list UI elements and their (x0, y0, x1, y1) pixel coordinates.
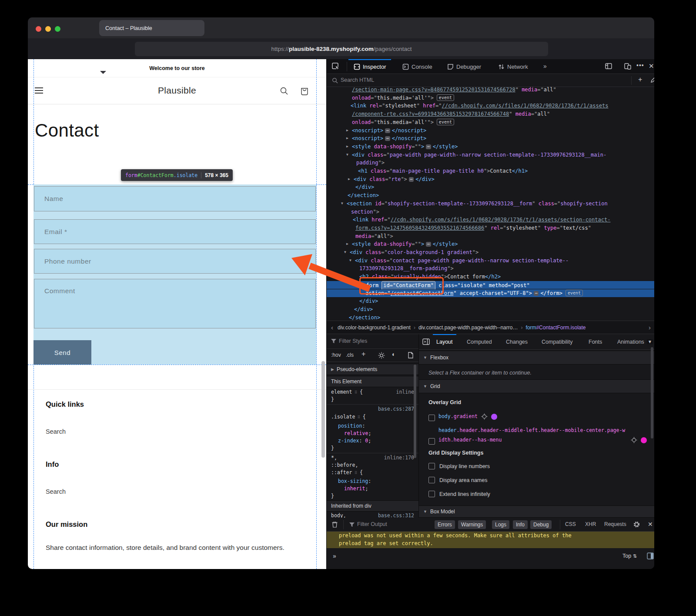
pick-element-icon[interactable] (332, 63, 340, 70)
collapse-icon[interactable]: ▼ (341, 200, 343, 208)
meatball-menu-icon[interactable]: ••• (636, 62, 644, 69)
sidebar-tab-animations[interactable]: Animations (617, 334, 644, 350)
expand-icon[interactable]: ▶ (346, 127, 348, 135)
tab-inspector[interactable]: Inspector (354, 59, 386, 74)
more-tabs-icon[interactable]: » (543, 63, 547, 70)
markup-line[interactable]: </div> (327, 183, 654, 191)
target-icon[interactable] (481, 413, 488, 420)
close-window-button[interactable] (36, 26, 41, 32)
event-badge[interactable]: event (566, 290, 583, 296)
grid-overlay-checkbox[interactable] (428, 438, 435, 445)
expand-icon[interactable]: ▶ (348, 175, 350, 184)
responsive-design-icon[interactable] (624, 63, 631, 70)
breadcrumb-item[interactable]: div.color-background-1.gradient (338, 325, 411, 331)
console-filter-logs[interactable]: Logs (492, 520, 509, 529)
console-filter-info[interactable]: Info (513, 520, 528, 529)
markup-line[interactable]: </div> (327, 305, 654, 314)
grid-section-header[interactable]: ▼ Grid (419, 379, 654, 393)
markup-line[interactable]: ▶<div class="rte">⋯</div> (327, 175, 654, 184)
markup-line[interactable]: <link rel="stylesheet" href="//cdn.shopi… (327, 102, 654, 110)
close-devtools-icon[interactable]: ✕ (649, 62, 654, 70)
collapse-icon[interactable]: ▼ (344, 248, 346, 257)
expand-icon[interactable]: ▶ (346, 240, 348, 248)
rule-source-link[interactable]: base.css:312 (378, 512, 414, 518)
markup-line[interactable]: /section-main-page.css?v=848677459125201… (327, 87, 654, 94)
event-badge[interactable]: event (437, 94, 454, 101)
tab-debugger[interactable]: Debugger (447, 59, 481, 74)
markup-line[interactable]: </section> (327, 314, 654, 321)
add-node-icon[interactable]: + (638, 76, 642, 84)
collapsed-content-icon[interactable]: ⋯ (385, 128, 390, 133)
markup-line[interactable]: ▼<div class="page-width page-width--narr… (327, 151, 654, 159)
collapsed-content-icon[interactable]: ⋯ (409, 177, 414, 182)
sidebar-toggle-icon[interactable] (422, 338, 430, 345)
rules-section-header[interactable]: ▶Pseudo-elements (327, 364, 418, 375)
tab-console[interactable]: Console (402, 59, 432, 74)
grid-color-swatch[interactable] (491, 414, 497, 420)
grid-overlay-checkbox[interactable] (428, 415, 435, 421)
print-media-icon[interactable] (408, 352, 414, 358)
sidebar-tab-changes[interactable]: Changes (506, 334, 528, 350)
sidebar-tab-layout[interactable]: Layout (436, 334, 453, 350)
console-prompt-icon[interactable]: » (333, 552, 336, 559)
markup-line[interactable]: </section> (327, 191, 654, 200)
eyedropper-icon[interactable] (650, 77, 654, 83)
grid-setting-checkbox[interactable] (428, 463, 435, 469)
collapse-icon[interactable]: ▼ (349, 257, 351, 265)
url-input[interactable]: https://plausible-8238.myshopify.com/pag… (135, 42, 548, 56)
form-field-name[interactable]: Name (34, 186, 316, 211)
search-icon[interactable] (280, 87, 288, 95)
markup-line[interactable]: ▶<noscript>⋯</noscript> (327, 134, 654, 143)
cart-icon[interactable] (300, 86, 309, 95)
sidebar-tab-computed[interactable]: Computed (467, 334, 492, 350)
markup-line[interactable]: ▶<style data-shopify="">⋯</style> (327, 240, 654, 248)
markup-line[interactable]: /component-rte.css?v=6991943663851532978… (327, 110, 654, 118)
close-console-icon[interactable]: ✕ (648, 521, 653, 528)
markup-line[interactable]: onload="this.media='all'">event (327, 118, 654, 127)
light-mode-icon[interactable] (378, 352, 385, 359)
trash-icon[interactable] (332, 521, 338, 528)
console-filter-errors[interactable]: Errors (435, 520, 455, 529)
markup-line[interactable]: </div> (327, 297, 654, 305)
pseudo-hover-toggle[interactable]: :hov (331, 352, 341, 358)
form-field-comment[interactable]: Comment (34, 279, 316, 328)
collapsed-content-icon[interactable]: ⋯ (385, 136, 390, 141)
send-button[interactable]: Send (33, 340, 91, 365)
breadcrumb-back-icon[interactable]: ‹ (331, 324, 333, 331)
markup-line[interactable]: ▼<div class="color-background-1 gradient… (327, 248, 654, 257)
markup-line[interactable]: form.css?v=12475605843249503552167456668… (327, 224, 654, 232)
sidebar-tab-fonts[interactable]: Fonts (589, 334, 602, 350)
tab-network[interactable]: Network (498, 59, 528, 74)
sidebar-tabs-dropdown-icon[interactable]: ▼ (647, 339, 653, 344)
markup-line[interactable]: section"> (327, 208, 654, 216)
dark-mode-icon[interactable]: ◐ (392, 351, 395, 358)
markup-line[interactable]: ▼<section id="shopify-section-template--… (327, 200, 654, 208)
markup-line[interactable]: 17330976293128__form-padding"> (327, 264, 654, 273)
editor-mode-icon[interactable] (647, 552, 654, 559)
gear-icon[interactable] (633, 521, 640, 528)
minimize-window-button[interactable] (45, 26, 51, 32)
page-scrollbar[interactable] (321, 361, 325, 458)
console-filter-warnings[interactable]: Warnings (458, 520, 486, 529)
console-category-requests[interactable]: Requests (604, 521, 626, 527)
rules-section-header[interactable]: This Element (327, 376, 418, 387)
markup-line[interactable]: ▶<noscript>⋯</noscript> (327, 127, 654, 135)
rules-scrollbar[interactable] (414, 365, 416, 458)
search-html-input[interactable]: Search HTML (341, 77, 374, 83)
boxmodel-section-header[interactable]: ▼ Box Model (419, 506, 654, 518)
rule-source-link[interactable]: inline:170 (384, 455, 414, 461)
rules-section-header[interactable]: Inherited from div (327, 500, 418, 512)
grid-setting-checkbox[interactable] (428, 491, 435, 497)
markup-line[interactable]: <h1 class="main-page-title page-title h0… (327, 167, 654, 175)
console-category-xhr[interactable]: XHR (585, 521, 596, 527)
browser-tab[interactable]: Contact – Plausible (99, 20, 204, 36)
grid-setting-checkbox[interactable] (428, 477, 435, 483)
maximize-window-button[interactable] (55, 26, 60, 32)
collapsed-content-icon[interactable]: ⋯ (426, 144, 431, 149)
frame-context-selector[interactable]: Top ⇅ (622, 553, 637, 559)
grid-color-swatch[interactable] (641, 437, 647, 443)
target-icon[interactable] (631, 437, 637, 443)
markup-line[interactable]: media="all"> (327, 232, 654, 241)
class-toggle[interactable]: .cls (346, 352, 354, 358)
expand-icon[interactable]: ▶ (346, 134, 348, 143)
